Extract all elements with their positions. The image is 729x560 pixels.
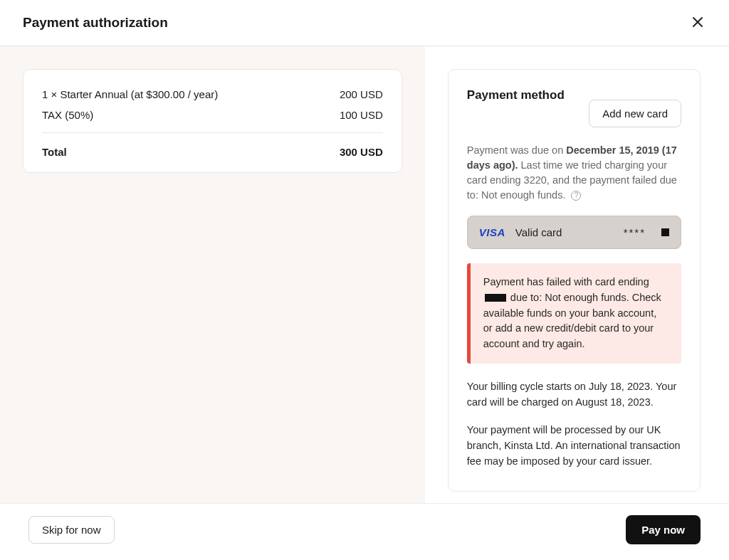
billing-cycle-text: Your billing cycle starts on July 18, 20… xyxy=(467,379,681,411)
card-last4: **** xyxy=(624,226,646,238)
pay-now-button[interactable]: Pay now xyxy=(626,515,701,544)
content-area: 1 × Starter Annual (at $300.00 / year) 2… xyxy=(0,46,729,503)
summary-pane: 1 × Starter Annual (at $300.00 / year) 2… xyxy=(0,46,425,503)
payment-method-card: Payment method Add new card Payment was … xyxy=(448,69,701,492)
modal-header: Payment authorization xyxy=(0,0,729,46)
card-selected-indicator xyxy=(661,228,669,236)
add-card-button[interactable]: Add new card xyxy=(589,100,681,127)
skip-button[interactable]: Skip for now xyxy=(28,516,115,544)
modal-footer: Skip for now Pay now xyxy=(0,503,729,560)
close-button[interactable] xyxy=(689,13,706,33)
line-item: TAX (50%) 100 USD xyxy=(42,105,383,125)
order-summary: 1 × Starter Annual (at $300.00 / year) 2… xyxy=(23,69,402,173)
page-title: Payment authorization xyxy=(23,15,168,31)
total-amount: 300 USD xyxy=(340,146,383,158)
info-icon[interactable]: ? xyxy=(571,191,581,201)
close-icon xyxy=(692,15,703,31)
due-prefix: Payment was due on xyxy=(467,144,566,156)
line-item: 1 × Starter Annual (at $300.00 / year) 2… xyxy=(42,84,383,105)
card-label: Valid card xyxy=(515,226,614,238)
line-item-label: 1 × Starter Annual (at $300.00 / year) xyxy=(42,88,218,100)
visa-logo-icon: VISA xyxy=(479,226,505,238)
line-item-amount: 200 USD xyxy=(340,88,383,100)
error-suffix: due to: Not enough funds. Check availabl… xyxy=(483,292,661,349)
total-label: Total xyxy=(42,146,67,158)
branch-notice-text: Your payment will be processed by our UK… xyxy=(467,423,681,469)
line-item-label: TAX (50%) xyxy=(42,109,93,121)
payment-due-notice: Payment was due on December 15, 2019 (17… xyxy=(467,143,681,203)
payment-pane: Payment method Add new card Payment was … xyxy=(425,46,729,503)
saved-card[interactable]: VISA Valid card **** xyxy=(467,216,681,249)
payment-error: Payment has failed with card ending due … xyxy=(467,263,681,364)
line-item-amount: 100 USD xyxy=(340,109,383,121)
total-row: Total 300 USD xyxy=(42,132,383,158)
payment-method-title: Payment method xyxy=(467,88,565,102)
error-prefix: Payment has failed with card ending xyxy=(483,276,649,287)
card-ending-redacted xyxy=(485,294,506,302)
